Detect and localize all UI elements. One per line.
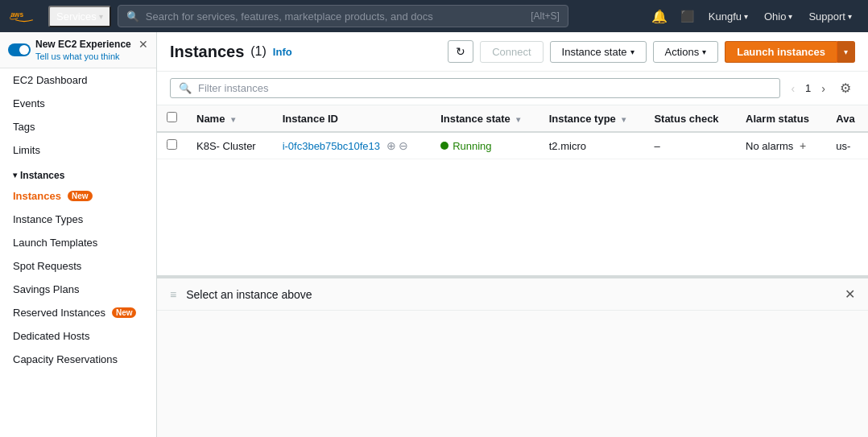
launch-chevron-icon: ▾ — [844, 47, 848, 56]
zoom-out-icon[interactable]: ⊖ — [399, 139, 408, 152]
instance-id-link[interactable]: i-0fc3beb75bc10fe13 — [283, 140, 380, 152]
close-panel-button[interactable]: ✕ — [845, 287, 855, 302]
filter-bar: 🔍 ‹ 1 › ⚙ — [157, 72, 868, 105]
cloud-shell-button[interactable]: ⬛ — [676, 6, 699, 26]
col-instance-id[interactable]: Instance ID — [273, 105, 432, 132]
global-search[interactable]: 🔍 [Alt+S] — [118, 5, 568, 27]
sidebar-item-label: Tags — [13, 121, 35, 133]
col-alarm-status[interactable]: Alarm status — [736, 105, 826, 132]
col-instance-state[interactable]: Instance state ▾ — [431, 105, 539, 132]
launch-instances-button[interactable]: Launch instances — [725, 41, 837, 63]
connect-button[interactable]: Connect — [480, 41, 543, 63]
user-chevron-icon: ▾ — [744, 12, 748, 21]
next-page-button[interactable]: › — [817, 80, 829, 97]
sidebar-item-limits[interactable]: Limits — [0, 138, 156, 162]
instances-panel: Instances (1) Info ↻ Connect Instance st… — [157, 32, 868, 276]
launch-instances-dropdown[interactable]: ▾ — [837, 41, 855, 63]
services-label: Services — [56, 10, 97, 23]
add-alarm-button[interactable]: + — [800, 139, 806, 152]
sidebar-item-instance-types[interactable]: Instance Types — [0, 208, 156, 231]
col-status-check[interactable]: Status check — [644, 105, 736, 132]
select-all-cell[interactable] — [157, 105, 187, 132]
sidebar-item-launch-templates[interactable]: Launch Templates — [0, 231, 156, 254]
sidebar-item-reserved-instances[interactable]: Reserved Instances New — [0, 301, 156, 324]
svg-text:aws: aws — [10, 10, 23, 19]
col-instance-type[interactable]: Instance type ▾ — [539, 105, 645, 132]
new-badge: New — [68, 191, 93, 201]
row-checkbox[interactable] — [167, 139, 177, 150]
search-icon: 🔍 — [126, 10, 139, 23]
sidebar-item-label: Instances — [13, 190, 61, 202]
toggle-label: New EC2 Experience — [35, 39, 131, 52]
prev-page-button[interactable]: ‹ — [787, 80, 799, 97]
nav-right: 🔔 ⬛ Kungfu ▾ Ohio ▾ Support ▾ — [647, 6, 858, 27]
actions-chevron-icon: ▾ — [702, 47, 706, 56]
cloud-shell-icon: ⬛ — [680, 10, 694, 23]
sidebar-item-events[interactable]: Events — [0, 92, 156, 115]
sidebar-section-instances[interactable]: ▾ Instances — [0, 162, 156, 184]
sort-state-icon: ▾ — [516, 115, 520, 124]
services-menu[interactable]: Services ▾ — [48, 6, 111, 27]
actions-button[interactable]: Actions ▾ — [653, 41, 719, 63]
zoom-in-icon[interactable]: ⊕ — [386, 139, 396, 152]
filter-input-wrap[interactable]: 🔍 — [170, 78, 780, 98]
aws-logo[interactable]: aws — [10, 7, 39, 25]
page-title: Instances (1) Info — [170, 43, 292, 61]
instances-table-wrap: Name ▾ Instance ID Instance state ▾ — [157, 105, 868, 275]
refresh-button[interactable]: ↻ — [448, 40, 473, 63]
new-badge: New — [112, 307, 137, 318]
sort-name-icon: ▾ — [231, 115, 235, 124]
launch-instances-group: Launch instances ▾ — [725, 41, 855, 63]
instance-count: (1) — [250, 44, 267, 59]
info-link[interactable]: Info — [273, 46, 292, 58]
instances-table: Name ▾ Instance ID Instance state ▾ — [157, 105, 868, 159]
sidebar-item-instances[interactable]: Instances New — [0, 184, 156, 208]
instances-toolbar: Instances (1) Info ↻ Connect Instance st… — [157, 32, 868, 72]
sidebar-item-label: Launch Templates — [13, 237, 97, 249]
top-nav: aws Services ▾ 🔍 [Alt+S] 🔔 ⬛ Kungfu ▾ Oh… — [0, 0, 868, 32]
col-name[interactable]: Name ▾ — [187, 105, 273, 132]
table-header-row: Name ▾ Instance ID Instance state ▾ — [157, 105, 868, 132]
support-label: Support — [808, 10, 845, 23]
instance-state-button[interactable]: Instance state ▾ — [550, 41, 647, 63]
filter-input[interactable] — [198, 82, 771, 94]
drag-handle-icon[interactable]: ≡ — [170, 288, 176, 301]
support-menu[interactable]: Support ▾ — [802, 7, 858, 26]
launch-label: Launch instances — [737, 46, 825, 58]
toggle-sub-link[interactable]: Tell us what you think — [35, 52, 131, 61]
sidebar-item-ec2-dashboard[interactable]: EC2 Dashboard — [0, 68, 156, 92]
page-title-text: Instances — [170, 43, 244, 61]
sidebar-item-savings-plans[interactable]: Savings Plans — [0, 278, 156, 301]
row-state: Running — [431, 132, 539, 159]
row-alarm-status: No alarms + — [736, 132, 826, 159]
sort-type-icon: ▾ — [622, 115, 626, 124]
sidebar-item-label: Events — [13, 97, 45, 109]
region-label: Ohio — [764, 10, 786, 23]
notifications-button[interactable]: 🔔 — [647, 6, 672, 27]
user-menu[interactable]: Kungfu ▾ — [702, 7, 754, 26]
table-row: K8S- Cluster i-0fc3beb75bc10fe13 ⊕ ⊖ — [157, 132, 868, 159]
region-menu[interactable]: Ohio ▾ — [758, 7, 799, 26]
main-content: Instances (1) Info ↻ Connect Instance st… — [157, 32, 868, 437]
search-icon: 🔍 — [179, 82, 192, 94]
sidebar-item-dedicated-hosts[interactable]: Dedicated Hosts — [0, 324, 156, 348]
actions-label: Actions — [665, 46, 700, 58]
refresh-icon: ↻ — [456, 45, 465, 58]
sidebar-item-capacity-reservations[interactable]: Capacity Reservations — [0, 348, 156, 371]
select-all-checkbox[interactable] — [167, 112, 177, 122]
search-input[interactable] — [146, 10, 524, 23]
close-banner-button[interactable]: ✕ — [138, 39, 148, 50]
sidebar-item-spot-requests[interactable]: Spot Requests — [0, 254, 156, 278]
page-number: 1 — [802, 82, 814, 94]
notification-icon: 🔔 — [651, 9, 668, 24]
table-settings-button[interactable]: ⚙ — [836, 78, 855, 98]
row-availability: us- — [826, 132, 868, 159]
row-instance-id[interactable]: i-0fc3beb75bc10fe13 ⊕ ⊖ — [273, 132, 432, 159]
row-instance-type: t2.micro — [539, 132, 645, 159]
sidebar-item-tags[interactable]: Tags — [0, 115, 156, 138]
settings-icon: ⚙ — [840, 81, 851, 95]
experience-toggle[interactable]: New EC2 Experience Tell us what you thin… — [8, 39, 131, 61]
sidebar-item-label: Capacity Reservations — [13, 353, 118, 365]
row-checkbox-cell[interactable] — [157, 132, 187, 159]
col-availability[interactable]: Ava — [826, 105, 868, 132]
